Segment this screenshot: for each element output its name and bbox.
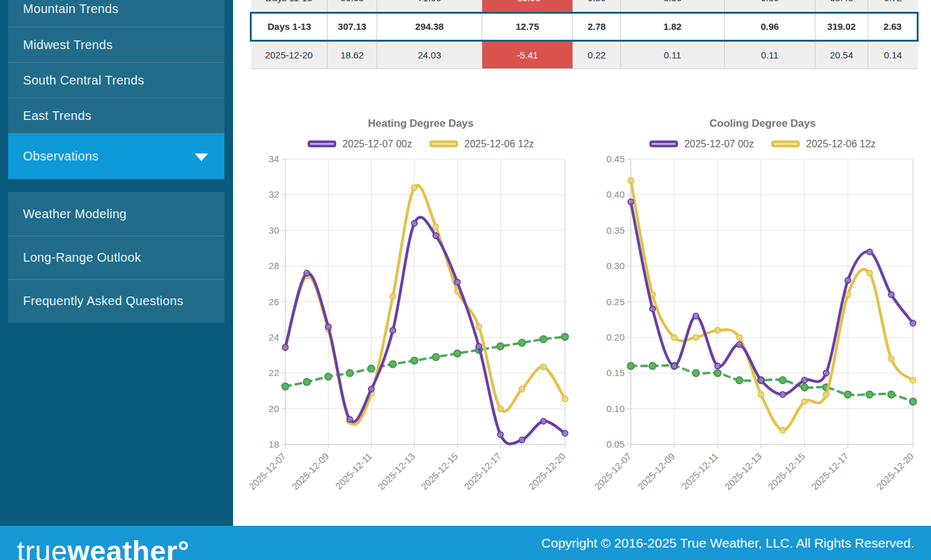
table-cell: 307.13 (328, 12, 377, 40)
svg-text:18: 18 (268, 439, 279, 449)
table-cell: 18.62 (328, 40, 377, 68)
svg-text:30: 30 (268, 224, 279, 235)
svg-text:2025-12-20: 2025-12-20 (874, 451, 915, 492)
table-cell: 0.11 (725, 40, 815, 68)
sidebar: Mountain TrendsMidwest TrendsSouth Centr… (0, 0, 233, 526)
degree-symbol-icon: ° (178, 535, 190, 560)
svg-text:2025-12-07: 2025-12-07 (592, 451, 633, 492)
table-cell: 0.14 (868, 40, 918, 68)
legend-label: 2025-12-07 00z (684, 139, 754, 150)
svg-text:34: 34 (268, 154, 279, 164)
sidebar-item-label: East Trends (23, 109, 91, 123)
svg-text:2025-12-07: 2025-12-07 (250, 451, 288, 492)
table-row[interactable]: Days 11-1356.6371.66-15.030.860.360.5063… (251, 0, 918, 12)
sidebar-item-label: Midwest Trends (23, 38, 112, 52)
svg-text:2025-12-11: 2025-12-11 (333, 451, 374, 491)
table-cell: 0.11 (621, 40, 725, 68)
table-cell: 0.96 (725, 12, 815, 40)
svg-text:2025-12-15: 2025-12-15 (766, 451, 807, 492)
table-cell: 1.82 (621, 12, 725, 40)
table-row[interactable]: Days 1-13307.13294.3812.752.781.820.9631… (251, 12, 918, 40)
legend-item[interactable]: 2025-12-07 00z (308, 139, 412, 150)
table-cell: 63.45 (815, 0, 868, 12)
sidebar-item-mountain-trends[interactable]: Mountain Trends (8, 0, 224, 27)
svg-text:0.30: 0.30 (607, 260, 625, 271)
table-cell: 2.78 (573, 12, 621, 40)
table-cell: -15.03 (482, 0, 573, 12)
svg-text:28: 28 (268, 260, 279, 271)
legend-swatch-icon (771, 140, 800, 147)
sidebar-item-midwest-trends[interactable]: Midwest Trends (8, 27, 224, 62)
table-cell: -5.41 (482, 40, 573, 68)
chart-title: Heating Degree Days (250, 117, 592, 130)
table-cell: 56.63 (328, 0, 377, 12)
legend-label: 2025-12-06 12z (806, 139, 876, 150)
heating-degree-days-chart: Heating Degree Days 2025-12-07 00z2025-1… (250, 117, 592, 503)
legend-swatch-icon (308, 140, 336, 147)
chart-plot: 3432302826242220182025-12-072025-12-0920… (250, 154, 592, 503)
svg-text:2025-12-20: 2025-12-20 (526, 451, 567, 492)
svg-text:2025-12-17: 2025-12-17 (462, 451, 503, 492)
chart-plot: 0.450.400.350.300.250.200.150.100.052025… (592, 154, 931, 503)
chart-title: Cooling Degree Days (592, 117, 931, 130)
legend-item[interactable]: 2025-12-06 12z (429, 139, 534, 150)
table-cell: 0.36 (621, 0, 725, 12)
svg-text:26: 26 (268, 296, 279, 306)
table-cell: 24.03 (377, 40, 482, 68)
svg-text:0.45: 0.45 (607, 154, 625, 164)
logo-weather-text: weather (67, 535, 177, 560)
sidebar-item-label: Mountain Trends (23, 2, 118, 16)
legend-swatch-icon (649, 140, 678, 147)
sidebar-item-label: Weather Modeling (23, 207, 127, 221)
table-cell: Days 11-13 (251, 0, 328, 12)
trueweather-logo[interactable]: trueweather° (17, 537, 190, 560)
svg-text:0.25: 0.25 (607, 296, 625, 306)
sidebar-item-east-trends[interactable]: East Trends (8, 98, 224, 133)
sidebar-item-south-central-trends[interactable]: South Central Trends (8, 62, 224, 98)
sidebar-item-long-range-outlook[interactable]: Long-Range Outlook (8, 236, 224, 279)
chart-legend: 2025-12-07 00z2025-12-06 12z (250, 138, 592, 150)
sidebar-group: Mountain TrendsMidwest TrendsSouth Centr… (8, 0, 224, 179)
charts-row: Heating Degree Days 2025-12-07 00z2025-1… (250, 117, 931, 503)
svg-text:22: 22 (268, 367, 279, 378)
sidebar-item-observations[interactable]: Observations (8, 133, 224, 179)
table-row[interactable]: 2025-12-2018.6224.03-5.410.220.110.1120.… (251, 40, 918, 68)
chevron-down-icon (195, 154, 208, 161)
svg-text:2025-12-17: 2025-12-17 (809, 451, 850, 492)
table-cell: 2.63 (868, 12, 918, 40)
sidebar-item-label: South Central Trends (23, 73, 144, 88)
table-cell: 12.75 (482, 12, 573, 40)
table-cell: 0.86 (573, 0, 621, 12)
app-window: Mountain TrendsMidwest TrendsSouth Centr… (0, 0, 931, 526)
legend-swatch-icon (429, 140, 458, 147)
svg-text:32: 32 (268, 189, 279, 200)
svg-text:0.20: 0.20 (607, 331, 625, 342)
legend-item[interactable]: 2025-12-07 00z (649, 139, 754, 150)
svg-text:2025-12-15: 2025-12-15 (419, 451, 460, 492)
svg-text:2025-12-13: 2025-12-13 (376, 451, 417, 492)
svg-text:0.05: 0.05 (607, 439, 625, 449)
legend-label: 2025-12-07 00z (342, 139, 412, 150)
sidebar-item-frequently-asked-questions[interactable]: Frequently Asked Questions (8, 279, 224, 323)
main-content: Days 11-1356.6371.66-15.030.860.360.5063… (233, 0, 931, 526)
degree-days-summary-table: Days 11-1356.6371.66-15.030.860.360.5063… (250, 0, 919, 69)
table-cell: 71.66 (377, 0, 482, 12)
legend-label: 2025-12-06 12z (464, 139, 534, 150)
sidebar-item-weather-modeling[interactable]: Weather Modeling (8, 192, 224, 236)
table-cell: 20.54 (815, 40, 868, 68)
table-cell: 0.22 (573, 40, 621, 68)
svg-text:24: 24 (268, 331, 279, 342)
chart-legend: 2025-12-07 00z2025-12-06 12z (592, 138, 931, 150)
svg-text:2025-12-11: 2025-12-11 (679, 451, 720, 491)
svg-text:2025-12-09: 2025-12-09 (290, 451, 331, 492)
table-cell: 0.72 (868, 0, 918, 12)
sidebar-item-label: Observations (23, 149, 98, 163)
table-cell: 319.02 (815, 12, 868, 40)
legend-item[interactable]: 2025-12-06 12z (771, 139, 876, 150)
svg-text:0.10: 0.10 (607, 403, 625, 413)
copyright-text: Copyright © 2016-2025 True Weather, LLC.… (541, 536, 914, 551)
svg-text:20: 20 (268, 403, 279, 413)
site-footer: trueweather° Copyright © 2016-2025 True … (0, 526, 931, 560)
table-cell: 294.38 (377, 12, 482, 40)
logo-true-text: true (17, 535, 67, 560)
